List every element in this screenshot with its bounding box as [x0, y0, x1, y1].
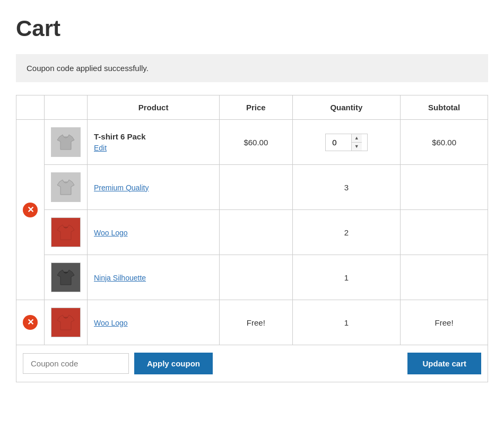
product-name-cell: T-shirt 6 Pack Edit — [88, 120, 220, 165]
col-header-quantity: Quantity — [292, 95, 401, 120]
product-link-woologo[interactable]: Woo Logo — [94, 319, 128, 327]
remove-cell: ✕ — [16, 120, 45, 300]
quantity-stepper[interactable]: ▲ ▼ — [325, 134, 368, 151]
table-row: ✕ Woo Logo Free! 1 Free — [16, 300, 488, 345]
variant-name-cell-2: Woo Logo — [88, 210, 220, 255]
product-image — [51, 127, 81, 157]
page-title: Cart — [16, 11, 488, 41]
variant-qty-cell: 3 — [292, 165, 401, 210]
col-header-remove — [16, 95, 45, 120]
product-price-2: Free! — [247, 318, 265, 327]
variant-image-woologo — [51, 217, 81, 247]
variant-image-ninja — [51, 262, 81, 292]
apply-coupon-label: Apply coupon — [147, 359, 200, 368]
col-header-product: Product — [88, 95, 220, 120]
col-header-image — [45, 95, 88, 120]
variant-qty-2: 2 — [344, 228, 349, 237]
product-price: $60.00 — [244, 138, 268, 147]
product-qty-2: 1 — [344, 318, 349, 327]
cart-actions: Apply coupon Update cart — [16, 345, 488, 382]
variant-price-cell — [220, 165, 292, 210]
variant-subtotal-cell — [401, 165, 488, 210]
remove-icon: ✕ — [23, 203, 38, 217]
variant-image-cell-3 — [45, 255, 88, 300]
qty-down-button[interactable]: ▼ — [352, 143, 362, 151]
variant-subtotal-cell-2 — [401, 210, 488, 255]
variant-image — [51, 172, 81, 202]
variant-image-cell-2 — [45, 210, 88, 255]
product-image-2 — [51, 308, 81, 337]
qty-up-button[interactable]: ▲ — [352, 134, 362, 143]
product-image-cell-2 — [45, 300, 88, 345]
quantity-input[interactable] — [326, 135, 351, 150]
variant-name-cell-3: Ninja Silhouette — [88, 255, 220, 300]
product-image-cell — [45, 120, 88, 165]
variant-price-cell-3 — [220, 255, 292, 300]
product-qty-cell[interactable]: ▲ ▼ — [292, 120, 401, 165]
product-qty-cell-2: 1 — [292, 300, 401, 345]
variant-image-cell — [45, 165, 88, 210]
variant-qty-cell-2: 2 — [292, 210, 401, 255]
notice-text: Coupon code applied successfully. — [27, 64, 149, 73]
remove-icon-2: ✕ — [23, 315, 38, 330]
remove-cell-2: ✕ — [16, 300, 45, 345]
table-row: ✕ T-shirt 6 Pack Edit $60.00 — [16, 120, 488, 165]
variant-link-premium[interactable]: Premium Quality — [94, 183, 149, 192]
product-subtotal-2: Free! — [435, 318, 454, 327]
update-cart-button[interactable]: Update cart — [407, 353, 481, 374]
product-subtotal: $60.00 — [432, 138, 456, 147]
col-header-price: Price — [220, 95, 292, 120]
cart-table: Product Price Quantity Subtotal ✕ — [16, 95, 488, 345]
variant-qty-cell-3: 1 — [292, 255, 401, 300]
variant-price-cell-2 — [220, 210, 292, 255]
product-price-cell: $60.00 — [220, 120, 292, 165]
edit-link[interactable]: Edit — [94, 144, 107, 152]
variant-name-cell: Premium Quality — [88, 165, 220, 210]
variant-qty-3: 1 — [344, 273, 349, 282]
variant-row: Woo Logo 2 — [16, 210, 488, 255]
product-subtotal-cell-2: Free! — [401, 300, 488, 345]
product-name: T-shirt 6 Pack — [94, 132, 213, 141]
variant-link-woologo[interactable]: Woo Logo — [94, 229, 128, 237]
variant-qty: 3 — [344, 183, 349, 192]
update-cart-label: Update cart — [422, 359, 466, 368]
apply-coupon-button[interactable]: Apply coupon — [134, 353, 213, 374]
variant-row: Ninja Silhouette 1 — [16, 255, 488, 300]
variant-link-ninja[interactable]: Ninja Silhouette — [94, 274, 146, 282]
qty-arrows: ▲ ▼ — [351, 134, 362, 151]
col-header-subtotal: Subtotal — [401, 95, 488, 120]
product-name-cell-2: Woo Logo — [88, 300, 220, 345]
remove-button[interactable]: ✕ — [23, 203, 38, 217]
variant-subtotal-cell-3 — [401, 255, 488, 300]
product-price-cell-2: Free! — [220, 300, 292, 345]
coupon-input[interactable] — [23, 353, 129, 374]
remove-button-2[interactable]: ✕ — [23, 315, 38, 330]
variant-row: Premium Quality 3 — [16, 165, 488, 210]
product-subtotal-cell: $60.00 — [401, 120, 488, 165]
notice-banner: Coupon code applied successfully. — [16, 54, 488, 82]
